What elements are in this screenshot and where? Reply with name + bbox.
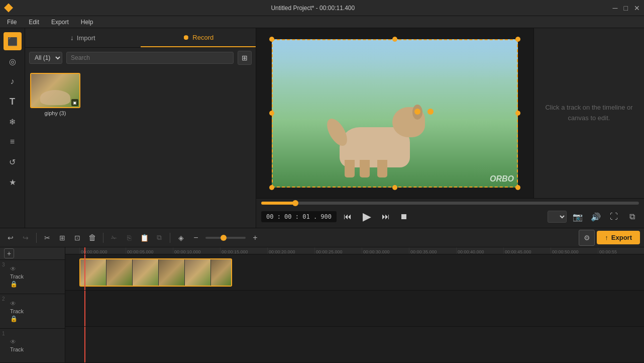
trim-button[interactable]: ✂ [41, 231, 54, 244]
marker-button[interactable]: ◈ [174, 231, 187, 244]
timeline-ruler-tracks: 00:00:00.000 00:00:05.000 00:00:10.000 0… [65, 247, 644, 363]
track-3-lock-icon[interactable]: 🔒 [10, 281, 18, 288]
sidebar-item-effects[interactable]: ◎ [4, 52, 22, 70]
handle-mr[interactable] [515, 111, 520, 116]
preview-properties: ORBO Click a track on [256, 28, 644, 228]
zoom-select[interactable]: Full [548, 211, 567, 223]
sidebar-item-media[interactable]: ⬛ [4, 32, 22, 50]
zoom-out-button[interactable]: − [189, 231, 202, 244]
track-2-lock-icon[interactable]: 🔒 [10, 315, 18, 322]
delete-button[interactable]: 🗑 [86, 231, 99, 244]
ruler-mark-6: 00:00:30.000 [362, 247, 390, 254]
canvas-wrap[interactable]: ORBO [272, 39, 518, 188]
record-label: Record [192, 34, 213, 41]
record-tab[interactable]: ⏺ Record [141, 28, 256, 47]
close-button[interactable]: ✕ [634, 4, 640, 12]
stop-button[interactable]: ⏹ [397, 210, 411, 224]
fullscreen-button[interactable]: ⛶ [607, 210, 621, 224]
redo-button[interactable]: ↪ [19, 231, 32, 244]
window-title: Untitled Project* - 00:00:11.400 [13, 5, 613, 12]
undo-button[interactable]: ↩ [4, 231, 17, 244]
track-label-3: 3 👁 Track 🔒 [0, 260, 65, 295]
ruler[interactable]: 00:00:00.000 00:00:05.000 00:00:10.000 0… [65, 247, 644, 254]
progress-fill [261, 202, 295, 205]
canvas-container: ORBO [256, 28, 533, 198]
track-2-name: Track [10, 308, 61, 314]
ruler-mark-1: 00:00:05.000 [126, 247, 154, 254]
minimize-button[interactable]: ─ [613, 4, 618, 12]
menu-export[interactable]: Export [46, 18, 74, 27]
split-button[interactable]: ⊞ [56, 231, 69, 244]
media-thumbnail: ▣ [30, 73, 80, 108]
track-3-visibility-icon[interactable]: 👁 [10, 265, 16, 273]
video-clip[interactable] [79, 258, 232, 287]
import-tab[interactable]: ↓ Import [25, 28, 141, 47]
ruler-mark-9: 00:00:45.000 [503, 247, 531, 254]
properties-hint: Click a track on the timeline or canvas … [534, 93, 644, 134]
zoom-in-button[interactable]: + [249, 231, 262, 244]
playhead[interactable] [84, 247, 85, 254]
menu-help[interactable]: Help [76, 18, 98, 27]
handle-bm[interactable] [392, 185, 397, 190]
play-button[interactable]: ▶ [359, 209, 375, 225]
zoom-slider[interactable] [205, 237, 246, 239]
handle-tm[interactable] [392, 37, 397, 42]
handle-tl[interactable] [269, 37, 274, 42]
search-input[interactable] [66, 52, 234, 64]
ruler-mark-5: 00:00:25.000 [314, 247, 343, 254]
timeline: ↩ ↪ ✂ ⊞ ⊡ 🗑 ✁ ⎘ 📋 ⧉ ◈ − + ⚙ ↑ Export [0, 228, 644, 363]
media-panel: ↓ Import ⏺ Record All (1) ⊞ [25, 28, 256, 228]
copy-button[interactable]: ⎘ [123, 231, 136, 244]
export-button[interactable]: ↑ Export [597, 231, 640, 244]
grid-view-button[interactable]: ⊞ [238, 51, 252, 65]
add-track-button[interactable]: + [4, 248, 14, 258]
paste-button[interactable]: 📋 [138, 231, 151, 244]
media-item[interactable]: ▣ giphy (3) [30, 73, 80, 116]
track-header: + [0, 247, 65, 260]
properties-panel: Click a track on the timeline or canvas … [533, 28, 644, 198]
ruler-mark-10: 00:00:50.000 [551, 247, 579, 254]
crop-button[interactable]: ⊡ [71, 231, 84, 244]
track-label-1: 1 👁 Track [0, 329, 65, 363]
handle-bl[interactable] [269, 185, 274, 190]
filter-dropdown[interactable]: All (1) [29, 52, 62, 64]
screenshot-button[interactable]: 📷 [571, 210, 585, 224]
menu-file[interactable]: File [2, 18, 22, 27]
sidebar-item-filters[interactable]: ≡ [4, 133, 22, 151]
media-item-label: giphy (3) [30, 110, 80, 116]
track-1-visibility-icon[interactable]: 👁 [10, 338, 16, 345]
sidebar-item-motion[interactable]: ↺ [4, 153, 22, 171]
split-view-button[interactable]: ⧉ [625, 210, 639, 224]
duplicate-button[interactable]: ⧉ [153, 231, 166, 244]
track-label-2: 2 👁 Track 🔒 [0, 294, 65, 329]
sidebar-item-templates[interactable]: ★ [4, 173, 22, 191]
app-icon [4, 4, 13, 13]
audio-button[interactable]: 🔊 [589, 210, 603, 224]
track-2-visibility-icon[interactable]: 👁 [10, 300, 16, 307]
menubar: File Edit Export Help [0, 16, 644, 28]
player-controls: 00 : 00 : 01 . 900 ⏮ ▶ ⏭ ⏹ Full 📷 🔊 ⛶ ⧉ [256, 198, 644, 228]
media-toolbar: All (1) ⊞ [25, 48, 256, 68]
handle-tr[interactable] [515, 37, 520, 42]
menu-edit[interactable]: Edit [24, 18, 44, 27]
handle-ml[interactable] [269, 111, 274, 116]
track-row-3 [65, 254, 644, 291]
sidebar-item-elements[interactable]: ❄ [4, 113, 22, 131]
skip-forward-button[interactable]: ⏭ [379, 210, 393, 224]
progress-thumb [292, 200, 298, 206]
timeline-toolbar: ↩ ↪ ✂ ⊞ ⊡ 🗑 ✁ ⎘ 📋 ⧉ ◈ − + ⚙ ↑ Export [0, 228, 644, 247]
tracks-area [65, 254, 644, 363]
cut-button[interactable]: ✁ [108, 231, 121, 244]
sidebar-item-audio[interactable]: ♪ [4, 72, 22, 90]
settings-button[interactable]: ⚙ [579, 230, 595, 246]
ruler-mark-11: 00:00:55 [598, 247, 617, 254]
sidebar-item-text[interactable]: T [4, 93, 22, 111]
skip-back-button[interactable]: ⏮ [341, 210, 355, 224]
ruler-mark-7: 00:00:35.000 [409, 247, 437, 254]
maximize-button[interactable]: □ [624, 4, 628, 12]
ruler-mark-0: 00:00:00.000 [79, 247, 108, 254]
track-row-2 [65, 291, 644, 327]
handle-br[interactable] [515, 185, 520, 190]
progress-bar[interactable] [261, 202, 639, 205]
watermark: ORBO [490, 174, 514, 184]
